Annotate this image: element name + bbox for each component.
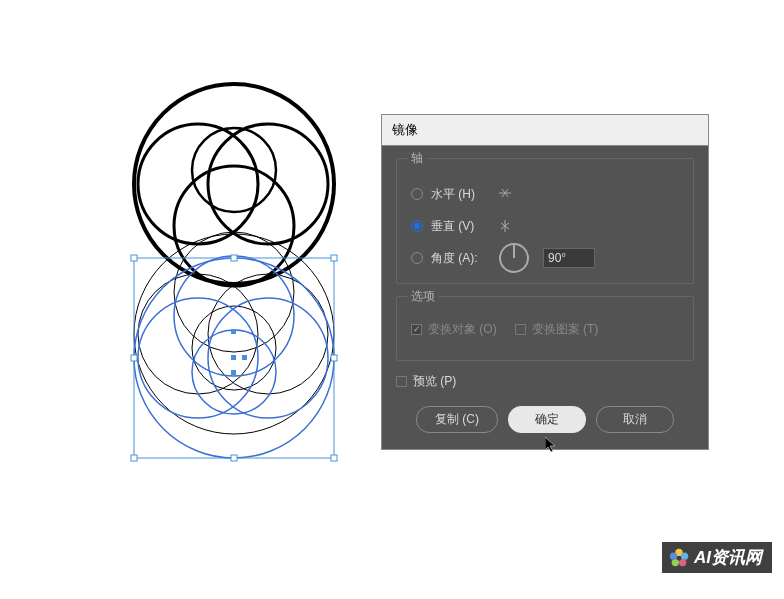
svg-point-30 xyxy=(679,558,686,565)
svg-rect-16 xyxy=(131,255,137,261)
flower-icon xyxy=(668,547,690,569)
axis-label: 轴 xyxy=(407,150,427,167)
angle-input[interactable] xyxy=(543,248,595,268)
button-row: 复制 (C) 确定 取消 xyxy=(396,406,694,433)
svg-point-31 xyxy=(672,558,679,565)
angle-option[interactable]: 角度 (A): xyxy=(411,247,679,269)
svg-rect-27 xyxy=(231,370,236,375)
mirror-dialog: 镜像 轴 水平 (H) 垂直 (V) xyxy=(381,114,709,450)
angle-knob[interactable] xyxy=(499,243,529,273)
svg-rect-26 xyxy=(242,355,247,360)
svg-rect-23 xyxy=(331,455,337,461)
svg-point-9 xyxy=(192,306,276,390)
svg-point-12 xyxy=(138,298,258,418)
vertical-mirror-icon xyxy=(497,218,513,234)
horizontal-option[interactable]: 水平 (H) xyxy=(411,183,679,205)
checkbox-preview[interactable] xyxy=(396,376,407,387)
copy-button[interactable]: 复制 (C) xyxy=(416,406,498,433)
transform-objects-option[interactable]: ✓ 变换对象 (O) xyxy=(411,321,497,338)
options-group: 选项 ✓ 变换对象 (O) 变换图案 (T) xyxy=(396,296,694,361)
svg-point-3 xyxy=(208,124,328,244)
ok-button[interactable]: 确定 xyxy=(508,406,586,433)
svg-rect-24 xyxy=(231,329,236,334)
artwork-svg xyxy=(0,0,380,500)
svg-point-13 xyxy=(208,298,328,418)
cancel-button[interactable]: 取消 xyxy=(596,406,674,433)
radio-horizontal[interactable] xyxy=(411,188,423,200)
checkbox-transform-patterns[interactable] xyxy=(515,324,526,335)
options-label: 选项 xyxy=(407,288,439,305)
transform-patterns-option[interactable]: 变换图案 (T) xyxy=(515,321,599,338)
watermark: AI资讯网 xyxy=(662,542,772,573)
svg-rect-20 xyxy=(331,355,337,361)
svg-rect-22 xyxy=(231,455,237,461)
svg-point-29 xyxy=(681,552,688,559)
radio-vertical[interactable] xyxy=(411,220,423,232)
svg-rect-17 xyxy=(231,255,237,261)
preview-option[interactable]: 预览 (P) xyxy=(396,373,694,390)
svg-point-32 xyxy=(670,552,677,559)
svg-point-2 xyxy=(138,124,258,244)
svg-rect-25 xyxy=(231,355,236,360)
canvas-area xyxy=(0,0,380,599)
svg-rect-18 xyxy=(331,255,337,261)
svg-point-33 xyxy=(677,555,682,560)
svg-rect-19 xyxy=(131,355,137,361)
dialog-title[interactable]: 镜像 xyxy=(382,115,708,146)
checkbox-transform-objects[interactable]: ✓ xyxy=(411,324,422,335)
radio-angle[interactable] xyxy=(411,252,423,264)
watermark-text: AI资讯网 xyxy=(694,546,762,569)
svg-point-0 xyxy=(134,84,334,284)
horizontal-mirror-icon xyxy=(497,186,513,202)
svg-point-4 xyxy=(192,128,276,212)
axis-group: 轴 水平 (H) 垂直 (V) 角度 (A): xyxy=(396,158,694,284)
svg-rect-21 xyxy=(131,455,137,461)
vertical-option[interactable]: 垂直 (V) xyxy=(411,215,679,237)
